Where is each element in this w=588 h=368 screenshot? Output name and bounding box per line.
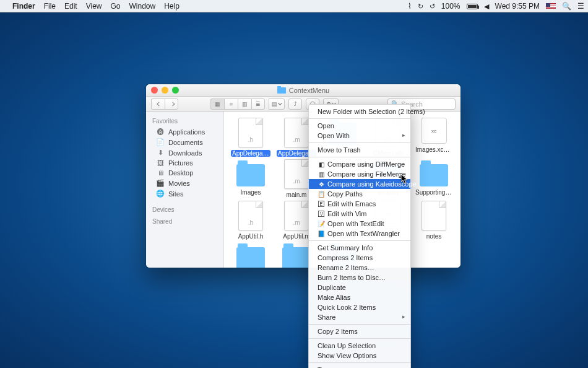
- ctx-item-label: Quick Look 2 Items: [318, 304, 376, 311]
- battery-percent: 100%: [441, 2, 460, 11]
- ctx-item[interactable]: Open: [309, 121, 410, 131]
- applications-icon: 🅐: [156, 128, 165, 136]
- battery-icon[interactable]: [467, 4, 478, 9]
- sync-icon[interactable]: ↻: [418, 2, 423, 11]
- downloads-icon: ⬇: [156, 149, 165, 157]
- sidebar-head-favorites: Favorites: [146, 115, 223, 127]
- forward-button[interactable]: [165, 99, 178, 110]
- notification-center-icon[interactable]: ☰: [577, 2, 584, 11]
- ctx-item[interactable]: Show View Options: [309, 351, 410, 361]
- menu-edit[interactable]: Edit: [64, 2, 77, 11]
- ctx-item[interactable]: 📝Open with TextEdit: [309, 219, 410, 229]
- file-item[interactable]: [229, 242, 272, 268]
- ctx-item-label: Open With: [318, 132, 350, 139]
- ctx-item[interactable]: Make Alias: [309, 292, 410, 302]
- wifi-icon[interactable]: ⌇: [408, 2, 412, 11]
- ctx-item[interactable]: Copy 2 Items: [309, 326, 410, 336]
- pictures-icon: 🖼: [156, 159, 165, 167]
- ctx-item[interactable]: New Folder with Selection (2 Items): [309, 107, 410, 116]
- menu-help[interactable]: Help: [164, 2, 179, 11]
- title-folder-icon: [277, 87, 286, 94]
- sidebar: Favorites 🅐Applications 📄Documents ⬇Down…: [146, 112, 224, 268]
- ctx-item-label: Get Summary Info: [318, 244, 373, 252]
- timemachine-icon[interactable]: ↺: [430, 2, 435, 11]
- folder-icon: [236, 164, 265, 186]
- ctx-item[interactable]: Quick Look 2 Items: [309, 302, 410, 312]
- ctx-item-label: Compare using Kaleidoscope: [327, 180, 417, 188]
- ctx-item[interactable]: 🄴Edit with Emacs: [309, 199, 410, 209]
- ctx-item-label: Compare using FileMerge: [327, 170, 406, 178]
- ctx-item[interactable]: Share: [309, 312, 410, 322]
- view-column-button[interactable]: ▥: [238, 99, 251, 110]
- spotlight-icon[interactable]: 🔍: [562, 2, 571, 11]
- ctx-item-label: Copy 2 Items: [318, 328, 358, 335]
- ctx-item-label: Clean Up Selection: [318, 342, 376, 349]
- sidebar-item-movies[interactable]: 🎬Movies: [146, 178, 223, 188]
- view-list-button[interactable]: ≡: [224, 99, 238, 110]
- window-title: ContextMenu: [289, 87, 329, 94]
- movies-icon: 🎬: [156, 179, 165, 187]
- file-label: notes: [425, 233, 443, 240]
- file-item[interactable]: Supporting Files: [412, 159, 456, 198]
- sidebar-item-sites[interactable]: 🌐Sites: [146, 188, 223, 199]
- folder-icon: [236, 247, 265, 268]
- menu-view[interactable]: View: [86, 2, 102, 11]
- file-item[interactable]: .hAppDelegate.h: [229, 118, 272, 157]
- clock[interactable]: Wed 9:55 PM: [495, 2, 540, 11]
- ctx-item[interactable]: ◧Compare using DiffMerge: [309, 159, 410, 169]
- ctx-item[interactable]: Clean Up Selection: [309, 341, 410, 351]
- titlebar[interactable]: ContextMenu: [146, 84, 460, 97]
- ctx-item[interactable]: Compress 2 Items: [309, 253, 410, 263]
- minimize-button[interactable]: [162, 87, 168, 94]
- ctx-item[interactable]: Open With: [309, 131, 410, 141]
- file-label: Images.xcassets: [414, 146, 454, 153]
- view-cover-button[interactable]: ≣: [251, 99, 265, 110]
- file-item[interactable]: xcImages.xcassets: [412, 118, 456, 157]
- share-button[interactable]: ⤴: [288, 99, 302, 110]
- ctx-item-icon: 🄴: [318, 201, 325, 208]
- ctx-item[interactable]: Get Summary Info: [309, 243, 410, 253]
- ctx-item-label: Make Alias: [318, 294, 350, 301]
- menu-app[interactable]: Finder: [12, 2, 35, 11]
- ctx-item[interactable]: Duplicate: [309, 283, 410, 292]
- ctx-item-label: Compare using DiffMerge: [327, 160, 405, 168]
- file-item[interactable]: Images: [229, 159, 272, 198]
- ctx-item[interactable]: ❖Compare using Kaleidoscope: [309, 179, 410, 189]
- sidebar-item-documents[interactable]: 📄Documents: [146, 137, 223, 147]
- zoom-button[interactable]: [172, 87, 179, 94]
- ctx-item[interactable]: Burn 2 Items to Disc…: [309, 273, 410, 283]
- ctx-item-label: Compress 2 Items: [318, 254, 373, 261]
- document-icon: [422, 201, 446, 230]
- menu-window[interactable]: Window: [129, 2, 156, 11]
- ctx-item-label: Open with TextEdit: [327, 220, 384, 227]
- view-switcher: ▦ ≡ ▥ ≣: [210, 99, 265, 110]
- menu-file[interactable]: File: [44, 2, 56, 11]
- sidebar-item-pictures[interactable]: 🖼Pictures: [146, 158, 223, 168]
- ctx-item-icon: ◧: [318, 161, 325, 168]
- volume-icon[interactable]: ◀: [484, 2, 489, 11]
- view-icon-button[interactable]: ▦: [210, 99, 224, 110]
- ctx-item[interactable]: Rename 2 Items…: [309, 263, 410, 273]
- file-item[interactable]: notes: [412, 201, 456, 240]
- documents-icon: 📄: [156, 138, 165, 146]
- menu-go[interactable]: Go: [111, 2, 121, 11]
- close-button[interactable]: [151, 87, 158, 94]
- sidebar-item-downloads[interactable]: ⬇Downloads: [146, 147, 223, 158]
- ctx-item[interactable]: 🅅Edit with Vim: [309, 209, 410, 219]
- desktop-icon: 🖥: [156, 169, 165, 177]
- arrange-button[interactable]: ▤: [269, 99, 285, 110]
- ctx-item[interactable]: ▥Compare using FileMerge: [309, 169, 410, 179]
- file-label: AppUtil.h: [237, 233, 265, 240]
- ctx-item-icon: 📘: [318, 230, 325, 237]
- sidebar-item-applications[interactable]: 🅐Applications: [146, 127, 223, 137]
- ctx-item[interactable]: Move to Trash: [309, 145, 410, 155]
- file-item[interactable]: .hAppUtil.h: [229, 201, 272, 240]
- folder-icon: [282, 247, 311, 268]
- back-button[interactable]: [151, 99, 165, 110]
- ctx-item-label: Share: [318, 313, 335, 321]
- ctx-item[interactable]: Tags…: [309, 365, 410, 368]
- ctx-item[interactable]: 📋Copy Paths: [309, 189, 410, 199]
- input-flag-icon[interactable]: [546, 3, 556, 9]
- sidebar-item-desktop[interactable]: 🖥Desktop: [146, 168, 223, 178]
- ctx-item[interactable]: 📘Open with TextWrangler: [309, 229, 410, 239]
